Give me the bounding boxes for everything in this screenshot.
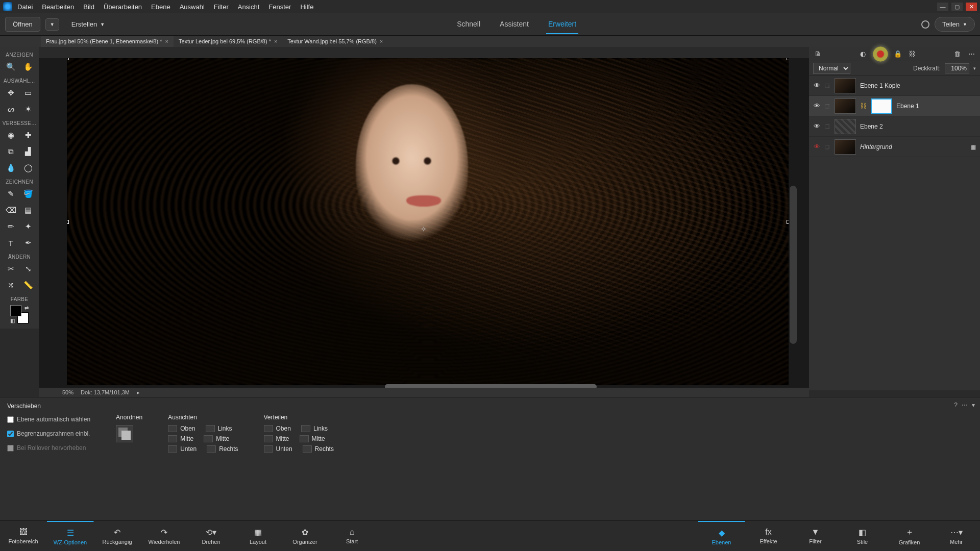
menu-ansicht[interactable]: Ansicht: [238, 3, 260, 11]
status-chevron-icon[interactable]: ▸: [137, 389, 140, 396]
lock-layer-icon[interactable]: 🔒: [893, 49, 902, 59]
bucket-tool-icon[interactable]: 🪣: [22, 188, 34, 199]
zoom-level[interactable]: 50%: [43, 389, 74, 395]
share-button[interactable]: Teilen ▼: [935, 17, 975, 32]
bb-start[interactable]: ⌂Start: [329, 521, 376, 551]
dist-right[interactable]: Rechts: [303, 445, 334, 453]
bb-layout[interactable]: ▦Layout: [235, 521, 282, 551]
menu-fenster[interactable]: Fenster: [268, 3, 291, 11]
bb-redo[interactable]: ↷Wiederholen: [141, 521, 188, 551]
background-lock-icon[interactable]: ▦: [970, 143, 976, 151]
redeye-tool-icon[interactable]: ◉: [5, 130, 16, 141]
brush-tool-icon[interactable]: ✎: [5, 188, 16, 199]
wand-tool-icon[interactable]: ✶: [22, 104, 34, 115]
shuffle-tool-icon[interactable]: ⤭: [5, 280, 16, 291]
align-center[interactable]: Mitte: [204, 435, 229, 442]
align-middle[interactable]: Mitte: [168, 435, 193, 442]
layer-name[interactable]: Ebene 1 Kopie: [860, 82, 900, 89]
layer-row[interactable]: 👁 ⬚ Hintergrund ▦: [809, 137, 980, 157]
vertical-scrollbar[interactable]: [790, 186, 797, 344]
stamp-tool-icon[interactable]: ▟: [22, 146, 34, 157]
marquee-tool-icon[interactable]: ▭: [22, 87, 34, 98]
align-top[interactable]: Oben: [168, 425, 195, 432]
align-right[interactable]: Rechts: [207, 445, 238, 453]
bb-undo[interactable]: ↶Rückgängig: [94, 521, 141, 551]
menu-auswahl[interactable]: Auswahl: [180, 3, 205, 11]
blur-tool-icon[interactable]: 💧: [5, 162, 16, 173]
layer-thumbnail[interactable]: [835, 139, 856, 155]
doc-tab-3[interactable]: Textur Wand.jpg bei 55,7% (RGB/8)×: [282, 36, 388, 47]
text-tool-icon[interactable]: T: [5, 237, 16, 248]
hand-tool-icon[interactable]: ✋: [22, 61, 34, 72]
bb-filter[interactable]: ▼Filter: [792, 521, 839, 551]
menu-hilfe[interactable]: Hilfe: [300, 3, 313, 11]
bb-organizer[interactable]: ✿Organizer: [282, 521, 329, 551]
collapse-icon[interactable]: ▾: [972, 402, 975, 409]
bb-fotobereich[interactable]: 🖼Fotobereich: [0, 521, 47, 551]
layer-row[interactable]: 👁 ⬚ Ebene 2: [809, 116, 980, 137]
doc-tab-1[interactable]: Frau.jpg bei 50% (Ebene 1, Ebenenmaske/8…: [41, 36, 174, 47]
zoom-tool-icon[interactable]: 🔍: [5, 61, 16, 72]
lock-icon[interactable]: ⬚: [824, 143, 830, 150]
adjustment-layer-icon[interactable]: ◐: [859, 49, 868, 59]
bb-mehr[interactable]: ⋯▾Mehr: [933, 521, 980, 551]
help-icon[interactable]: ?: [954, 402, 958, 409]
pen-tool-icon[interactable]: ✒: [22, 237, 34, 248]
dist-bottom[interactable]: Unten: [264, 445, 292, 453]
dist-middle[interactable]: Mitte: [264, 435, 289, 442]
lock-icon[interactable]: ⬚: [824, 82, 830, 89]
theme-icon[interactable]: [921, 20, 929, 29]
panel-menu-icon[interactable]: ⋯: [967, 49, 976, 59]
move-tool-icon[interactable]: ✥: [5, 87, 16, 98]
menu-bild[interactable]: Bild: [83, 3, 94, 11]
lock-icon[interactable]: ⬚: [824, 123, 830, 130]
recompose-tool-icon[interactable]: ⤡: [22, 263, 34, 274]
straighten-tool-icon[interactable]: 📏: [22, 280, 34, 291]
color-swatch[interactable]: ⇄ ◧: [10, 305, 29, 323]
foreground-color[interactable]: [10, 305, 21, 316]
bb-effekte[interactable]: fxEffekte: [745, 521, 792, 551]
visibility-icon[interactable]: 👁: [813, 102, 820, 110]
default-colors-icon[interactable]: ◧: [10, 318, 15, 323]
transform-handle[interactable]: [67, 58, 69, 60]
close-icon[interactable]: ×: [380, 38, 383, 44]
close-icon[interactable]: ×: [165, 38, 168, 44]
layer-mask-thumbnail[interactable]: [871, 98, 892, 114]
create-button[interactable]: Erstellen ▼: [64, 17, 112, 31]
lasso-tool-icon[interactable]: ᔕ: [5, 104, 16, 115]
panel-menu-icon[interactable]: ⋯: [962, 402, 968, 409]
link-icon[interactable]: ⛓: [860, 102, 867, 110]
bounding-box-checkbox[interactable]: Begrenzungsrahmen einbl.: [7, 430, 90, 437]
gradient-tool-icon[interactable]: ▤: [22, 205, 34, 216]
visibility-icon[interactable]: 👁: [813, 82, 820, 89]
eraser-tool-icon[interactable]: ⌫: [5, 205, 16, 216]
layer-thumbnail[interactable]: [835, 78, 856, 93]
heal-tool-icon[interactable]: ✚: [22, 130, 34, 141]
dist-center[interactable]: Mitte: [300, 435, 325, 442]
layer-row[interactable]: 👁 ⬚ Ebene 1 Kopie: [809, 76, 980, 96]
visibility-icon[interactable]: 👁: [813, 143, 820, 151]
bb-stile[interactable]: ◧Stile: [839, 521, 886, 551]
menu-ebene[interactable]: Ebene: [151, 3, 170, 11]
visibility-icon[interactable]: 👁: [813, 122, 820, 130]
dist-left[interactable]: Links: [301, 425, 328, 432]
open-dropdown[interactable]: ▼: [45, 18, 59, 31]
transform-handle[interactable]: [787, 58, 789, 60]
menu-datei[interactable]: Datei: [17, 3, 33, 11]
mode-schnell[interactable]: Schnell: [455, 15, 482, 34]
bb-rotate[interactable]: ⟲▾Drehen: [188, 521, 235, 551]
bb-grafiken[interactable]: ＋Grafiken: [886, 521, 933, 551]
clone-tool-icon[interactable]: ⧉: [5, 146, 16, 157]
layer-name[interactable]: Hintergrund: [860, 143, 892, 151]
transform-handle[interactable]: [67, 220, 69, 224]
shape-tool-icon[interactable]: ✦: [22, 221, 34, 232]
minimize-button[interactable]: —: [937, 3, 948, 11]
layer-thumbnail[interactable]: [835, 98, 856, 114]
menu-filter[interactable]: Filter: [214, 3, 229, 11]
delete-layer-icon[interactable]: 🗑: [952, 49, 962, 59]
menu-bearbeiten[interactable]: Bearbeiten: [42, 3, 74, 11]
arrange-icon[interactable]: [116, 425, 133, 442]
open-button[interactable]: Öffnen: [5, 17, 40, 32]
mode-erweitert[interactable]: Erweitert: [546, 15, 578, 34]
dist-top[interactable]: Oben: [264, 425, 291, 432]
